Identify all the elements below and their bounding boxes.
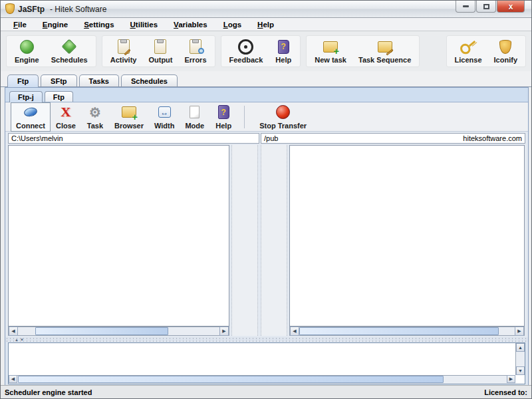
scrollbar-thumb[interactable]	[18, 376, 444, 383]
toolbar-activity-button[interactable]: Activity	[110, 39, 137, 64]
menu-variables[interactable]: Variables	[168, 19, 213, 30]
toolbar-help-button[interactable]: Help	[275, 39, 292, 64]
scroll-down-button[interactable]: ▼	[516, 366, 525, 375]
app-window: JaSFtp - Hitek Software x FileEngineSett…	[0, 0, 532, 399]
left-hscroll[interactable]: ◀ ▶	[8, 327, 229, 336]
toolbar-group: +New taskTask Sequence	[306, 35, 420, 67]
ftpbar-task-button[interactable]: Task	[81, 102, 109, 132]
app-icon	[5, 3, 15, 14]
file-panels: C:\Users\melvin ◀ ▶ /pub	[5, 132, 528, 337]
toolbar-task-sequence-button[interactable]: Task Sequence	[358, 39, 411, 64]
toolbar-group: LicenseIconify	[446, 35, 526, 67]
toolbar-feedback-button[interactable]: Feedback	[229, 39, 263, 64]
connect-icon	[22, 104, 39, 120]
menu-engine[interactable]: Engine	[37, 19, 74, 30]
license-status: Licensed to:	[484, 388, 527, 396]
ftpbar-label: Connect	[16, 122, 45, 130]
scroll-right-button[interactable]: ▶	[219, 327, 229, 336]
scroll-right-button[interactable]: ▶	[507, 375, 515, 383]
menu-utilities[interactable]: Utilities	[124, 19, 164, 30]
ftpbar-stop-transfer-button[interactable]: Stop Transfer	[254, 102, 312, 132]
menu-logs[interactable]: Logs	[217, 19, 247, 30]
right-transfer-buttons	[261, 145, 287, 336]
ftpbar-label: Stop Transfer	[259, 122, 307, 130]
log-vscroll[interactable]: ▲ ▼	[515, 343, 525, 375]
maximize-button[interactable]	[476, 1, 496, 13]
toolbar-engine-button[interactable]: Engine	[15, 39, 39, 64]
minimize-button[interactable]	[456, 1, 475, 13]
toolbar-output-button[interactable]: Output	[148, 39, 172, 64]
tab-tasks[interactable]: Tasks	[79, 74, 119, 86]
book-icon	[275, 39, 292, 55]
scrollbar-thumb[interactable]	[299, 327, 499, 335]
ftpbar-label: Browser	[114, 122, 144, 130]
ftpbar-connect-button[interactable]: Connect	[11, 102, 51, 132]
scroll-right-button[interactable]: ▶	[515, 327, 524, 336]
right-hscroll[interactable]: ◀ ▶	[289, 327, 525, 336]
menu-settings[interactable]: Settings	[78, 19, 120, 30]
ftpbar-width-button[interactable]: Width	[149, 102, 180, 132]
toolbar-label: Task Sequence	[358, 56, 411, 64]
subtab-ftp-j[interactable]: Ftp-j	[9, 91, 43, 102]
scroll-left-button[interactable]: ◀	[9, 375, 17, 383]
scroll-up-button[interactable]: ▲	[516, 343, 525, 352]
toolbar-license-button[interactable]: License	[455, 39, 482, 64]
window-title: - Hitek Software	[50, 5, 106, 14]
ftp-toolbar: ConnectCloseTask+BrowserWidthModeHelpSto…	[5, 102, 528, 132]
remote-host: hiteksoftware.com	[463, 134, 522, 142]
scroll-plus-icon: +	[322, 39, 339, 55]
window-controls: x	[455, 1, 525, 13]
toolbar-errors-button[interactable]: Errors	[185, 39, 207, 64]
local-path: C:\Users\melvin	[8, 133, 259, 144]
toolbar-iconify-button[interactable]: Iconify	[494, 39, 517, 64]
close-button[interactable]: x	[497, 1, 525, 13]
stop-icon	[275, 104, 292, 120]
window-title-app: JaSFtp	[18, 5, 45, 14]
output-icon	[152, 39, 169, 55]
toolbar-label: Iconify	[494, 56, 517, 64]
remote-panel-row: ◀ ▶	[261, 145, 525, 336]
toolbar-label: Output	[148, 56, 172, 64]
splitter-down-icon[interactable]: ▼	[20, 338, 24, 342]
ftpbar-close-button[interactable]: Close	[51, 102, 81, 132]
main-toolbar: EngineSchedulesActivityOutputErrorsFeedb…	[6, 35, 420, 67]
schedules-icon	[61, 39, 78, 55]
toolbar-new-task-button[interactable]: +New task	[315, 39, 346, 64]
subtab-ftp[interactable]: Ftp	[45, 91, 73, 102]
toolbar-schedules-button[interactable]: Schedules	[51, 39, 88, 64]
local-panel-row: ◀ ▶	[8, 145, 259, 336]
scroll-left-button[interactable]: ◀	[290, 327, 299, 336]
toolbar-label: Schedules	[51, 56, 88, 64]
ftpbar-label: Task	[87, 122, 103, 130]
log-splitter[interactable]: ▲ ▼	[5, 337, 528, 342]
toolbar-label: Activity	[110, 56, 137, 64]
tab-sftp[interactable]: SFtp	[41, 74, 76, 86]
title-bar[interactable]: JaSFtp - Hitek Software x	[1, 1, 531, 18]
log-lines	[9, 343, 515, 375]
status-message: Scheduler engine started	[5, 388, 92, 396]
ftpbar-browser-button[interactable]: +Browser	[109, 102, 149, 132]
tab-ftp[interactable]: Ftp	[7, 74, 39, 87]
ftpbar-label: Mode	[185, 122, 204, 130]
menu-help[interactable]: Help	[251, 19, 280, 30]
ftpbar-mode-button[interactable]: Mode	[180, 102, 209, 132]
toolbar-label: Feedback	[229, 56, 263, 64]
splitter-up-icon[interactable]: ▲	[15, 338, 19, 342]
toolbar-label: Help	[275, 56, 291, 64]
right-table	[289, 145, 525, 327]
tab-schedules[interactable]: Schedules	[121, 74, 178, 86]
toolbar-label: License	[455, 56, 482, 64]
scroll-left-button[interactable]: ◀	[9, 327, 18, 336]
feedback-icon	[237, 39, 255, 55]
menu-file[interactable]: File	[7, 19, 33, 30]
ftpbar-help-button[interactable]: Help	[209, 102, 237, 132]
scrollbar-thumb[interactable]	[35, 327, 168, 335]
remote-path-text: /pub	[264, 134, 278, 142]
log-hscroll[interactable]: ◀ ▶	[9, 375, 515, 384]
activity-icon	[115, 39, 132, 55]
status-bar: Scheduler engine started Licensed to:	[1, 385, 531, 398]
left-transfer-buttons	[231, 145, 258, 336]
local-panel: C:\Users\melvin ◀ ▶	[8, 133, 259, 336]
ftp-tab-content: Ftp-jFtp ConnectCloseTask+BrowserWidthMo…	[5, 87, 529, 386]
book-icon	[215, 104, 232, 120]
